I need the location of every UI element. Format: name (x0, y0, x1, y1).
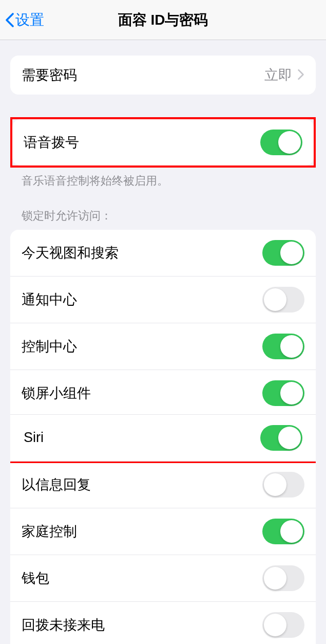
nav-bar: 设置 面容 ID与密码 (0, 0, 326, 40)
require-passcode-value: 立即 (264, 66, 292, 84)
lock-access-label: 家庭控制 (22, 522, 77, 541)
voice-dial-label: 语音拨号 (24, 133, 79, 152)
lock-access-toggle[interactable] (260, 425, 302, 451)
lock-access-label: 回拨未接来电 (22, 616, 105, 634)
lock-access-row: 锁屏小组件 (10, 370, 316, 416)
lock-access-toggle[interactable] (262, 240, 304, 266)
lock-access-label: 控制中心 (22, 337, 77, 356)
voice-dial-footer: 音乐语音控制将始终被启用。 (10, 168, 316, 189)
lock-access-label: 锁屏小组件 (22, 384, 91, 402)
require-passcode-row[interactable]: 需要密码 立即 (10, 56, 316, 95)
lock-access-label: 钱包 (22, 569, 49, 587)
voice-dial-toggle[interactable] (260, 130, 302, 155)
lock-access-toggle[interactable] (262, 334, 304, 359)
lock-access-row: 控制中心 (10, 323, 316, 370)
voice-dial-row: 语音拨号 (12, 119, 314, 165)
require-passcode-label: 需要密码 (22, 66, 77, 84)
lock-access-toggle[interactable] (262, 287, 304, 312)
back-button[interactable]: 设置 (5, 10, 44, 30)
lock-access-header: 锁定时允许访问： (10, 189, 316, 230)
lock-access-toggle[interactable] (262, 472, 304, 498)
lock-access-label: 通知中心 (22, 290, 77, 309)
require-passcode-group: 需要密码 立即 (10, 56, 316, 95)
lock-access-row: 今天视图和搜索 (10, 230, 316, 276)
voice-dial-highlight: 语音拨号 (10, 117, 316, 168)
lock-access-label: 今天视图和搜索 (22, 244, 119, 262)
back-label: 设置 (15, 10, 44, 30)
lock-access-toggle[interactable] (262, 519, 304, 544)
chevron-left-icon (5, 12, 14, 28)
lock-access-label: 以信息回复 (22, 475, 91, 494)
page-title: 面容 ID与密码 (118, 10, 208, 30)
lock-access-row: 家庭控制 (10, 508, 316, 555)
lock-access-row: 以信息回复 (10, 461, 316, 508)
lock-access-group: 今天视图和搜索通知中心控制中心锁屏小组件Siri以信息回复家庭控制钱包回拨未接来… (10, 230, 316, 644)
lock-access-toggle[interactable] (262, 380, 304, 406)
lock-access-row: 钱包 (10, 555, 316, 601)
lock-access-row: 通知中心 (10, 276, 316, 323)
chevron-right-icon (297, 67, 304, 83)
lock-access-toggle[interactable] (262, 565, 304, 591)
lock-access-row: 回拨未接来电 (10, 601, 316, 644)
lock-access-toggle[interactable] (262, 612, 304, 638)
siri-row-highlight: Siri (10, 414, 316, 463)
lock-access-label: Siri (24, 430, 44, 446)
